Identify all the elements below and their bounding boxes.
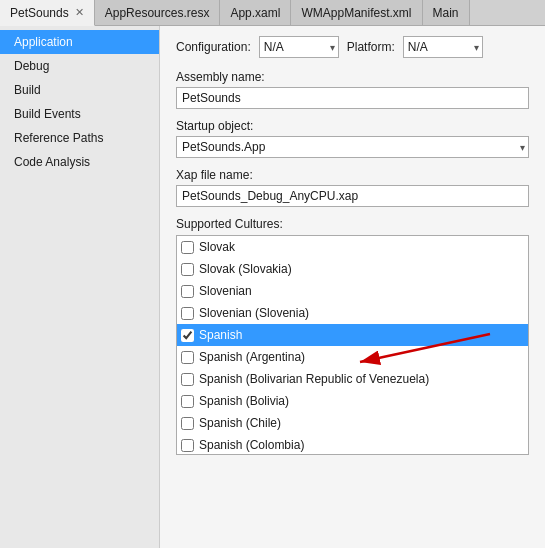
platform-select-wrapper: N/A ▾ (403, 36, 483, 58)
culture-checkbox[interactable] (181, 417, 194, 430)
tab-appresources[interactable]: AppResources.resx (95, 0, 221, 25)
tab-petsounds-label: PetSounds (10, 6, 69, 20)
sidebar-item-build-events[interactable]: Build Events (0, 102, 159, 126)
list-item[interactable]: Slovenian (177, 280, 528, 302)
culture-label: Slovenian (199, 284, 252, 298)
list-item[interactable]: Spanish (Bolivarian Republic of Venezuel… (177, 368, 528, 390)
tab-appxaml-label: App.xaml (230, 6, 280, 20)
close-icon[interactable]: ✕ (75, 7, 84, 18)
list-item[interactable]: Spanish (Chile) (177, 412, 528, 434)
culture-label: Spanish (Argentina) (199, 350, 305, 364)
list-item[interactable]: Slovak (Slovakia) (177, 258, 528, 280)
culture-label: Spanish (Bolivarian Republic of Venezuel… (199, 372, 429, 386)
startup-object-row: Startup object: PetSounds.App ▾ (176, 119, 529, 158)
sidebar-item-code-analysis-label: Code Analysis (14, 155, 90, 169)
platform-label: Platform: (347, 40, 395, 54)
assembly-name-input[interactable] (176, 87, 529, 109)
supported-cultures-label: Supported Cultures: (176, 217, 529, 231)
tab-wmappmanifest-label: WMAppManifest.xml (301, 6, 411, 20)
configuration-select-wrapper: N/A ▾ (259, 36, 339, 58)
startup-object-select[interactable]: PetSounds.App (176, 136, 529, 158)
culture-label: Spanish (Bolivia) (199, 394, 289, 408)
culture-checkbox[interactable] (181, 395, 194, 408)
configuration-label: Configuration: (176, 40, 251, 54)
tab-wmappmanifest[interactable]: WMAppManifest.xml (291, 0, 422, 25)
sidebar-item-debug-label: Debug (14, 59, 49, 73)
xap-file-input[interactable] (176, 185, 529, 207)
list-item[interactable]: Spanish (Colombia) (177, 434, 528, 454)
startup-object-wrapper: PetSounds.App ▾ (176, 136, 529, 158)
tab-main-label: Main (433, 6, 459, 20)
sidebar-item-build-events-label: Build Events (14, 107, 81, 121)
culture-checkbox[interactable] (181, 351, 194, 364)
culture-label: Slovak (Slovakia) (199, 262, 292, 276)
culture-checkbox[interactable] (181, 329, 194, 342)
cultures-list-wrapper: SlovakSlovak (Slovakia)SlovenianSlovenia… (176, 235, 529, 455)
sidebar-item-application-label: Application (14, 35, 73, 49)
app-container: PetSounds ✕ AppResources.resx App.xaml W… (0, 0, 545, 548)
sidebar-item-application[interactable]: Application (0, 30, 159, 54)
cultures-section: Supported Cultures: SlovakSlovak (Slovak… (176, 217, 529, 455)
tab-bar: PetSounds ✕ AppResources.resx App.xaml W… (0, 0, 545, 26)
xap-file-row: Xap file name: (176, 168, 529, 207)
culture-checkbox[interactable] (181, 241, 194, 254)
sidebar-item-build[interactable]: Build (0, 78, 159, 102)
sidebar-item-debug[interactable]: Debug (0, 54, 159, 78)
tab-main[interactable]: Main (423, 0, 470, 25)
config-row: Configuration: N/A ▾ Platform: N/A ▾ (176, 36, 529, 58)
content-panel: Configuration: N/A ▾ Platform: N/A ▾ A (160, 26, 545, 548)
tab-appresources-label: AppResources.resx (105, 6, 210, 20)
startup-object-label: Startup object: (176, 119, 529, 133)
culture-label: Spanish (Chile) (199, 416, 281, 430)
culture-label: Slovenian (Slovenia) (199, 306, 309, 320)
sidebar-item-code-analysis[interactable]: Code Analysis (0, 150, 159, 174)
tab-petsounds[interactable]: PetSounds ✕ (0, 0, 95, 26)
sidebar-item-reference-paths[interactable]: Reference Paths (0, 126, 159, 150)
culture-checkbox[interactable] (181, 307, 194, 320)
list-item[interactable]: Spanish (Argentina) (177, 346, 528, 368)
assembly-name-row: Assembly name: (176, 70, 529, 109)
culture-label: Spanish (199, 328, 242, 342)
assembly-name-label: Assembly name: (176, 70, 529, 84)
list-item[interactable]: Spanish (Bolivia) (177, 390, 528, 412)
sidebar-item-reference-paths-label: Reference Paths (14, 131, 103, 145)
cultures-list[interactable]: SlovakSlovak (Slovakia)SlovenianSlovenia… (177, 236, 528, 454)
sidebar: Application Debug Build Build Events Ref… (0, 26, 160, 548)
configuration-select[interactable]: N/A (259, 36, 339, 58)
list-item[interactable]: Slovenian (Slovenia) (177, 302, 528, 324)
culture-checkbox[interactable] (181, 285, 194, 298)
list-item[interactable]: Slovak (177, 236, 528, 258)
culture-checkbox[interactable] (181, 263, 194, 276)
xap-file-label: Xap file name: (176, 168, 529, 182)
culture-checkbox[interactable] (181, 439, 194, 452)
sidebar-item-build-label: Build (14, 83, 41, 97)
list-item[interactable]: Spanish (177, 324, 528, 346)
main-area: Application Debug Build Build Events Ref… (0, 26, 545, 548)
culture-label: Slovak (199, 240, 235, 254)
culture-checkbox[interactable] (181, 373, 194, 386)
tab-appxaml[interactable]: App.xaml (220, 0, 291, 25)
platform-select[interactable]: N/A (403, 36, 483, 58)
culture-label: Spanish (Colombia) (199, 438, 304, 452)
